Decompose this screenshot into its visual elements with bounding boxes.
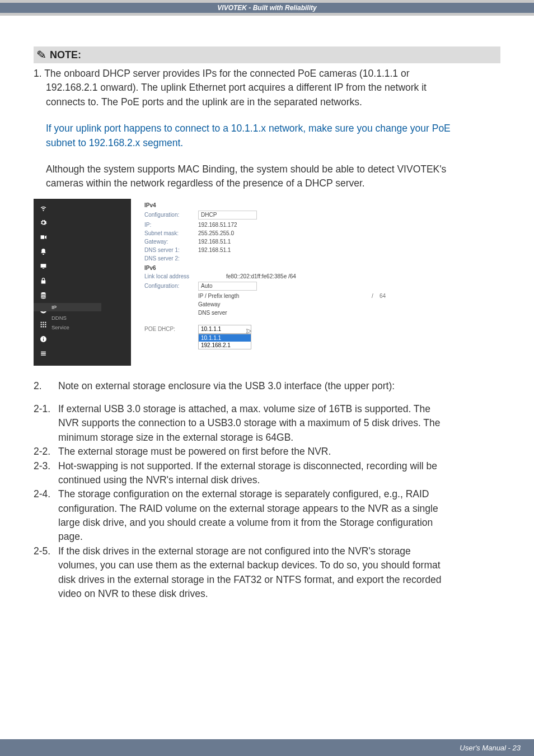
ipv4-ip-value: 192.168.51.172 (198, 222, 237, 228)
ip-settings-panel: IPv4 Configuration: DHCP IP:192.168.51.1… (131, 199, 395, 366)
list-icon[interactable] (40, 350, 47, 359)
note-2-4c: large disk drive, and you should create … (58, 516, 500, 530)
page-footer: User's Manual - 23 (0, 739, 534, 756)
para1-line1: 1. The onboard DHCP server provides IPs … (34, 67, 500, 81)
note-paragraph-3: Although the system supports MAC Binding… (34, 162, 500, 191)
note-2-4a: The storage configuration on the externa… (58, 487, 500, 501)
note-2-5b: volumes, you can use them as the externa… (58, 558, 500, 572)
notes-list-2: 2.Note on external storage enclosure via… (34, 379, 500, 601)
para2-line1: If your uplink port happens to connect t… (46, 122, 500, 136)
ipv4-ip-label: IP: (144, 222, 198, 228)
ipv6-config-select[interactable]: Auto (198, 282, 257, 291)
header-title-bar: VIVOTEK - Built with Reliability (0, 3, 534, 13)
poe-option-2[interactable]: 192.168.2.1 (199, 342, 251, 349)
footer-text: User's Manual - 23 (460, 744, 521, 752)
ipv6-gw-label: Gateway (198, 301, 220, 307)
sidebar-item-ip[interactable]: IP (34, 303, 101, 311)
camera-icon[interactable] (40, 234, 47, 242)
para1-line3: connects to. The PoE ports and the uplin… (34, 95, 500, 109)
wifi-icon[interactable] (40, 204, 47, 213)
grid-icon[interactable] (40, 321, 47, 330)
list-num: 2-1. (34, 402, 58, 416)
ipv6-lla-label: Link local address (144, 273, 198, 279)
note-2-4b: configuration. The RAID volume on the ex… (58, 502, 500, 516)
ipv6-prefix-len: 64 (380, 293, 386, 299)
note-paragraph-2: If your uplink port happens to connect t… (34, 122, 500, 150)
poe-dhcp-label: POE DHCP: (144, 326, 198, 332)
note-2-1b: NVR supports the connection to a USB3.0 … (58, 416, 500, 430)
poe-dhcp-dropdown[interactable]: 10.1.1.1 ➤ 10.1.1.1 192.168.2.1 (198, 325, 251, 334)
display-icon[interactable] (40, 263, 47, 272)
bell-icon[interactable] (40, 248, 47, 257)
sidebar-item-ddns[interactable]: DDNS (51, 315, 101, 321)
note-2-5c: disk drives in the external storage in t… (58, 573, 500, 587)
ipv4-mask-label: Subnet mask: (144, 230, 198, 236)
ipv4-dns2-label: DNS server 2: (144, 255, 198, 262)
ipv6-prefix-label: IP / Prefix length (198, 293, 254, 299)
ipv4-config-select[interactable]: DHCP (198, 211, 257, 220)
info-icon[interactable] (40, 335, 47, 344)
ipv4-gw-value: 192.168.51.1 (198, 239, 231, 245)
storage-icon[interactable] (40, 292, 47, 301)
note-header: ✎ NOTE: (34, 46, 500, 63)
ipv4-mask-value: 255.255.255.0 (198, 230, 234, 236)
note-2-5d: video on NVR to these disk drives. (58, 587, 500, 601)
poe-option-1[interactable]: 10.1.1.1 (199, 334, 251, 342)
gear-icon[interactable] (40, 219, 47, 228)
note-2-1a: If external USB 3.0 storage is attached,… (58, 402, 500, 416)
note-paragraph-1: 1. The onboard DHCP server provides IPs … (34, 67, 500, 109)
sidebar-submenu: IP DDNS Service (51, 303, 101, 330)
note-2-2: The external storage must be powered on … (58, 445, 500, 459)
para2-line2: subnet to 192.168.2.x segment. (46, 136, 500, 150)
poe-dhcp-selected[interactable]: 10.1.1.1 (198, 325, 251, 334)
poe-dhcp-options: 10.1.1.1 192.168.2.1 (198, 334, 251, 349)
note-2-1c: minimum storage size in the external sto… (58, 431, 500, 445)
ipv6-dns-label: DNS server (198, 310, 227, 316)
note-2: Note on external storage enclosure via t… (58, 379, 500, 393)
page-header: VIVOTEK - Built with Reliability (0, 0, 534, 16)
ipv6-prefix-slash: / (372, 293, 373, 299)
note-2-5a: If the disk drives in the external stora… (58, 544, 500, 558)
note-label: NOTE: (50, 49, 81, 61)
lock-icon[interactable] (40, 277, 47, 286)
ipv4-config-label: Configuration: (144, 212, 198, 218)
note-2-3b: continued using the NVR's internal disk … (58, 473, 500, 487)
ipv6-heading: IPv6 (144, 265, 198, 271)
pencil-icon: ✎ (36, 48, 47, 62)
list-num: 2-5. (34, 544, 58, 558)
list-num: 2-3. (34, 459, 58, 473)
list-num: 2-2. (34, 445, 58, 459)
para3-line1: Although the system supports MAC Binding… (46, 162, 500, 176)
note-2-3a: Hot-swapping is not supported. If the ex… (58, 459, 500, 473)
ipv6-lla-value: fe80::202:d1ff:fe62:385e /64 (226, 273, 296, 279)
para1-line2: 192.168.2.1 onward). The uplink Ethernet… (34, 81, 500, 95)
sidebar-icon-column (39, 204, 48, 359)
sidebar-item-service[interactable]: Service (51, 324, 101, 330)
header-title: VIVOTEK - Built with Reliability (217, 4, 316, 12)
ipv6-config-label: Configuration: (144, 283, 198, 289)
note-2-4d: page. (58, 530, 500, 544)
list-num: 2-4. (34, 487, 58, 501)
config-sidebar: IP DDNS Service (34, 199, 131, 366)
config-screenshot: IP DDNS Service IPv4 Configuration: DHCP… (34, 199, 395, 366)
list-num: 2. (34, 379, 58, 393)
ipv4-dns1-label: DNS server 1: (144, 247, 198, 253)
para3-line2: cameras within the network regardless of… (46, 176, 500, 190)
ipv4-dns1-value: 192.168.51.1 (198, 247, 231, 253)
ipv4-gw-label: Gateway: (144, 239, 198, 245)
ipv4-heading: IPv4 (144, 202, 198, 208)
